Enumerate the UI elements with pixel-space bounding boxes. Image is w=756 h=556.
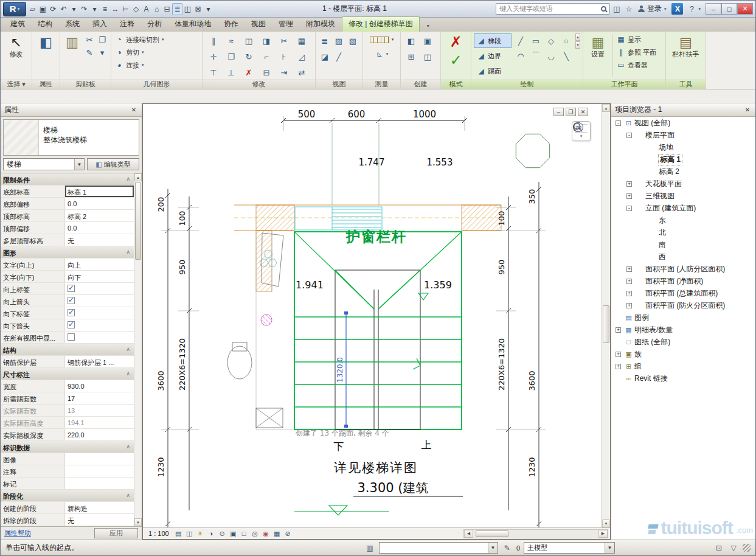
dimension-label[interactable]: 500 [298,109,316,120]
minimize-button[interactable]: – [706,3,721,15]
property-row[interactable]: 顶部偏移 0.0 [1,222,134,234]
tree-expander-icon[interactable]: - [616,120,621,126]
set-workplane-button[interactable]: ▦ 设置 [586,33,610,60]
view-scale-button[interactable]: 1 : 100 [145,530,173,537]
canvas-scroll-down-icon[interactable]: ▼ [602,520,610,527]
mirror-draw-axis-icon[interactable]: ◨ [258,33,275,49]
tree-item[interactable]: + 面积平面 (净面积) [611,275,755,287]
floor-plan-drawing[interactable]: 500 600 1000 1.747 1.553 [143,104,602,527]
open-icon[interactable]: ▱ [27,3,38,15]
run-dimension-left[interactable]: 1.941 [296,279,324,291]
ribbon-display-toggle-icon[interactable]: ▾ [420,23,436,32]
property-row[interactable]: 在所有视图中显... [1,332,134,344]
property-row[interactable]: 拆除的阶段 无 [1,514,134,526]
show-constraints-icon[interactable]: ⊘ [283,529,293,538]
tree-item[interactable]: 图纸 (全部) [611,336,755,348]
ribbon-tab[interactable]: 体量和场地 [168,17,217,32]
ribbon-tab[interactable]: 附加模块 [300,17,341,32]
worksets-icon[interactable]: ▥ [364,543,375,553]
close-properties-icon[interactable]: ✕ [130,106,138,114]
ribbon-tab[interactable]: 协作 [218,17,244,32]
sign-in-button[interactable]: 登录 ▾ [636,4,669,14]
help-caret-icon[interactable]: ▾ [698,7,701,12]
properties-help-link[interactable]: 属性帮助 [4,529,31,538]
property-row[interactable]: 尺寸标注 [1,368,134,380]
pick-lines-icon[interactable]: ╲ [559,49,574,63]
tree-expander-icon[interactable]: - [626,206,632,211]
draw-scroll-up-icon[interactable]: ▲ [575,33,580,41]
property-row[interactable]: 创建的阶段 新构造 [1,502,134,514]
type-selector-preview[interactable]: 楼梯 整体浇筑楼梯 [3,119,139,156]
panel-label-mode[interactable]: 模式 [441,79,471,89]
detail-note-line2[interactable]: 3.300 (建筑 [358,481,429,495]
property-value[interactable] [65,307,134,319]
stair-up-label[interactable]: 上 [421,439,432,451]
cancel-sketch-button[interactable]: ✗ [445,33,468,50]
ribbon-tab[interactable]: 管理 [272,17,299,32]
start-end-radius-arc-icon[interactable]: ◠ [513,49,528,63]
create-similar-icon[interactable]: ◫ [420,49,435,64]
spot-level-label[interactable]: 1.747 [359,157,385,168]
trim-extend-single-icon[interactable]: ⊦ [276,49,293,64]
panel-label-view[interactable]: 视图 [316,79,362,89]
property-value[interactable]: 194.1 [65,417,134,428]
existing-stair[interactable] [295,207,382,230]
draw-mode-button[interactable]: ◢ 边界 [474,49,512,63]
draw-mode-button[interactable]: ◢ 梯段 [474,33,512,48]
panel-label-clipboard[interactable]: 剪贴板 [60,79,111,89]
show-hidden-lines-icon[interactable]: ▨ [332,33,345,49]
property-row[interactable]: 注释 [1,465,134,478]
press-drag-icon[interactable]: ⊡ [713,543,724,553]
property-row[interactable]: 实际踏板深度 220.0 [1,429,134,441]
tangent-arc-icon[interactable]: ◡ [544,49,558,63]
property-row[interactable]: 图像 [1,453,134,465]
create-assembly-icon[interactable]: ▣ [420,33,435,49]
tree-item[interactable]: + 天花板平面 [611,178,755,190]
tree-expander-icon[interactable]: + [616,364,621,369]
spot-level-label[interactable]: 1.553 [427,157,453,168]
ribbon-tab[interactable]: 系统 [59,17,86,32]
tree-item[interactable]: 标高 1 [611,153,755,165]
dimension-label[interactable]: 350 [527,189,536,204]
search-box[interactable]: 键入关键字或短语 [496,3,610,15]
scrollbar-thumb[interactable] [135,182,141,260]
thin-lines-icon[interactable]: ≣ [172,3,182,15]
tree-item[interactable]: 东 [611,214,755,226]
dimension-label[interactable]: 1230 [527,457,536,477]
crop-view-icon[interactable]: ▣ [228,529,238,538]
align-icon[interactable]: ∥ [205,33,222,49]
rotate-icon[interactable]: ↻ [240,49,257,64]
temporary-hide-isolate-icon[interactable]: ◎ [250,529,260,538]
design-option-caret-icon[interactable]: ▼ [605,543,614,553]
property-row[interactable]: 文字(向下) 向下 [1,271,134,283]
tree-expander-icon[interactable]: + [626,303,632,308]
move-icon[interactable]: ✛ [205,49,222,64]
text-icon[interactable]: A [141,3,151,15]
railing-note[interactable]: 护窗栏杆 [345,229,407,245]
reveal-hidden-elements-icon[interactable]: ◉ [261,529,271,538]
property-value[interactable] [65,319,134,331]
property-value[interactable]: 新构造 [65,502,134,513]
stair-down-label[interactable]: 下 [334,440,344,453]
linework-icon[interactable]: ╱ [332,49,345,64]
print-icon[interactable]: ≡ [100,3,110,15]
trim-extend-corner-icon[interactable]: ⌐ [258,49,275,64]
property-row[interactable]: 标记 [1,478,134,490]
temporary-dimension-value[interactable]: 1320.0 [336,357,344,383]
ribbon-tab[interactable]: 注释 [114,17,140,32]
panel-label-draw[interactable]: 绘制 [471,79,583,89]
visual-style-icon[interactable]: ◫ [184,529,195,538]
undo-icon[interactable]: ↶ [58,3,69,15]
scroll-up-icon[interactable]: ▲ [134,173,142,181]
measure-button[interactable]: ▾ [369,33,395,46]
section-icon[interactable]: ⊟ [162,3,172,15]
editing-requests-icon[interactable]: ✎ [502,543,513,553]
detail-level-icon[interactable]: ▤ [173,529,184,538]
property-checkbox[interactable] [68,309,75,316]
properties-scrollbar[interactable]: ▲ ▼ [134,173,142,526]
property-row[interactable]: 多层顶部标高 无 [1,234,134,246]
geometry-tool-button[interactable]: ◑ 剪切 ▾ [114,46,145,58]
drawing-area[interactable]: 500 600 1000 1.747 1.553 [142,103,611,540]
property-row[interactable]: 限制条件 [1,173,134,186]
tree-expander-icon[interactable]: + [626,279,632,284]
